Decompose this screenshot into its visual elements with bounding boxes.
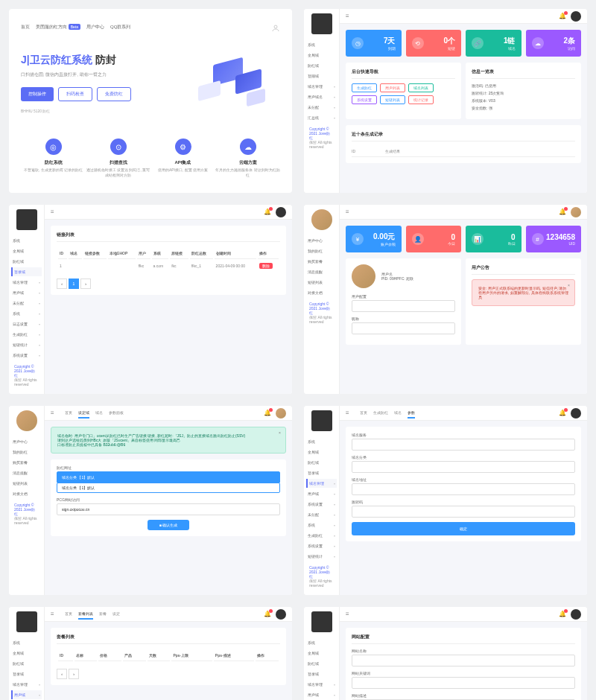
sidebar-item[interactable]: 系统设置▾ xyxy=(306,500,337,509)
sidebar-item[interactable]: 汇总统▾ xyxy=(306,113,337,122)
nav-qq[interactable]: QQ群系列 xyxy=(110,24,130,33)
sidebar-item[interactable]: 生成防红▾ xyxy=(11,330,42,339)
nav-item[interactable]: 美国服的红方向 Beta xyxy=(36,24,80,33)
sidebar-item[interactable]: 域名管理▾ xyxy=(306,82,337,91)
sidebar-avatar[interactable] xyxy=(311,209,332,230)
menu-icon[interactable]: ≡ xyxy=(346,209,349,215)
bell-icon[interactable]: 🔔 xyxy=(264,410,271,416)
sidebar-item[interactable]: 我的防红 xyxy=(11,448,42,456)
sidebar-item[interactable]: 用户域▾ xyxy=(306,690,337,699)
sidebar-item[interactable]: 用户域▾ xyxy=(11,690,42,699)
sidebar-item[interactable]: 登录域 xyxy=(11,267,42,276)
sidebar-item[interactable]: 我的防红 xyxy=(306,246,337,255)
sidebar-item[interactable]: 未分配▾ xyxy=(11,299,42,308)
nav-home[interactable]: 首页 xyxy=(21,24,30,33)
sidebar-item[interactable]: 短链列表 xyxy=(11,479,42,488)
sidebar-avatar[interactable] xyxy=(16,611,37,632)
sidebar-item[interactable]: 域名管理▾ xyxy=(306,479,337,488)
pg-prev[interactable]: ‹ xyxy=(57,669,67,679)
quicklink[interactable]: 统计记录 xyxy=(408,95,434,104)
sidebar-item[interactable]: 系统 xyxy=(306,437,337,446)
topbar-avatar[interactable] xyxy=(571,207,581,217)
sidebar-item[interactable]: 用户中心 xyxy=(306,236,337,245)
bell-icon[interactable]: 🔔 xyxy=(559,13,566,19)
quicklink[interactable]: 系统设置 xyxy=(352,95,377,104)
sidebar-item[interactable]: 防红域 xyxy=(11,257,42,266)
sidebar-item[interactable]: 购买套餐 xyxy=(11,458,42,467)
topbar-avatar[interactable] xyxy=(571,609,581,620)
stat-card[interactable]: 🔗1链域名 xyxy=(466,30,522,57)
sidebar-item[interactable]: 未分配▾ xyxy=(306,510,337,519)
sidebar-item[interactable]: 系统设置▾ xyxy=(306,541,337,550)
sidebar-item[interactable]: 域名管理▾ xyxy=(306,680,337,689)
sidebar-item[interactable]: 消息提醒 xyxy=(306,267,337,276)
sidebar-item[interactable]: 用户域名▾ xyxy=(306,92,337,101)
sidebar-item[interactable]: 短链统计▾ xyxy=(11,340,42,349)
menu-icon[interactable]: ≡ xyxy=(346,410,349,416)
menu-icon[interactable]: ≡ xyxy=(51,410,54,416)
sidebar-item[interactable]: 系统 xyxy=(306,638,337,647)
bell-icon[interactable]: 🔔 xyxy=(264,611,271,617)
keywords-input[interactable] xyxy=(352,677,575,689)
user-icon[interactable] xyxy=(271,24,280,33)
close-icon[interactable]: × xyxy=(279,430,281,435)
sidebar-item[interactable]: 系统 xyxy=(306,40,337,49)
pg-1[interactable]: 1 xyxy=(69,279,79,289)
topbar-avatar[interactable] xyxy=(571,11,581,22)
sidebar-item[interactable]: 全局域 xyxy=(11,649,42,658)
sidebar-avatar[interactable] xyxy=(16,209,37,230)
sidebar-item[interactable]: 全局域 xyxy=(306,649,337,658)
sidebar-item[interactable]: 防红域 xyxy=(306,458,337,467)
sidebar-item[interactable]: 全局域 xyxy=(306,51,337,60)
redirect-input[interactable] xyxy=(352,506,575,518)
quicklink[interactable]: 生成防红 xyxy=(352,83,377,92)
sidebar-item[interactable]: 域名管理▾ xyxy=(11,680,42,689)
topbar-avatar[interactable] xyxy=(276,207,286,217)
sidebar-item[interactable]: 系统 xyxy=(11,236,42,245)
sidebar-item[interactable]: 生成防红▾ xyxy=(306,531,337,540)
quicklink[interactable]: 短链列表 xyxy=(380,95,405,104)
table-row[interactable]: 1ffkca.comfkcffkc_12021-04-09 00:00删除 xyxy=(58,261,279,271)
sidebar-item[interactable]: 对接文档 xyxy=(11,489,42,498)
sidebar-item[interactable]: 日志设置▾ xyxy=(11,319,42,328)
menu-icon[interactable]: ≡ xyxy=(346,13,349,19)
quicklink[interactable]: 用户列表 xyxy=(380,83,405,92)
pg-next[interactable]: › xyxy=(80,279,91,289)
submit-button[interactable]: ■ 确认生成 xyxy=(148,520,189,530)
config-input[interactable] xyxy=(352,300,455,312)
sidebar-item[interactable]: 消息提醒 xyxy=(11,468,42,477)
sidebar-item[interactable]: 全局域 xyxy=(11,246,42,255)
cta-free[interactable]: 免费防红 xyxy=(97,87,131,101)
sidebar-item[interactable]: 全局域 xyxy=(306,448,337,456)
nick-input[interactable] xyxy=(352,322,455,334)
sidebar-item[interactable]: 防红域 xyxy=(11,659,42,668)
sidebar-item[interactable]: 防红域 xyxy=(306,61,337,70)
sidebar-item[interactable]: 系统 xyxy=(11,638,42,647)
delete-btn[interactable]: 删除 xyxy=(259,263,273,269)
topbar-avatar[interactable] xyxy=(571,408,581,419)
stat-card[interactable]: 👤0今日 xyxy=(406,226,462,252)
quicklink[interactable]: 域名列表 xyxy=(408,83,434,92)
sidebar-item[interactable]: 登录域 xyxy=(11,669,42,678)
sidebar-avatar[interactable] xyxy=(311,410,332,431)
sidebar-item[interactable]: 系统▾ xyxy=(306,521,337,529)
sidebar-avatar[interactable] xyxy=(311,13,332,34)
cta-primary[interactable]: 控制操作 xyxy=(21,87,54,101)
topbar-avatar[interactable] xyxy=(276,408,286,419)
pg-prev[interactable]: ‹ xyxy=(57,279,67,289)
cta-scan[interactable]: 扫码检查 xyxy=(58,87,92,101)
sidebar-item[interactable]: 短链统计▾ xyxy=(306,552,337,561)
sidebar-avatar[interactable] xyxy=(16,410,37,431)
pg-next[interactable]: › xyxy=(69,669,79,679)
menu-icon[interactable]: ≡ xyxy=(51,209,54,215)
sidebar-avatar[interactable] xyxy=(311,611,332,632)
sidebar-item[interactable]: 防红域 xyxy=(306,659,337,668)
submit-button[interactable]: 确定 xyxy=(352,522,575,535)
stat-card[interactable]: ☁2条访问 xyxy=(526,30,582,57)
sitename-input[interactable] xyxy=(352,655,575,666)
sidebar-item[interactable]: 域名管理▾ xyxy=(11,278,42,287)
sidebar-item[interactable]: 用户中心 xyxy=(11,437,42,446)
domain-input[interactable] xyxy=(352,483,575,495)
sidebar-item[interactable]: 用户域▾ xyxy=(306,489,337,498)
profile-avatar[interactable] xyxy=(352,264,375,288)
